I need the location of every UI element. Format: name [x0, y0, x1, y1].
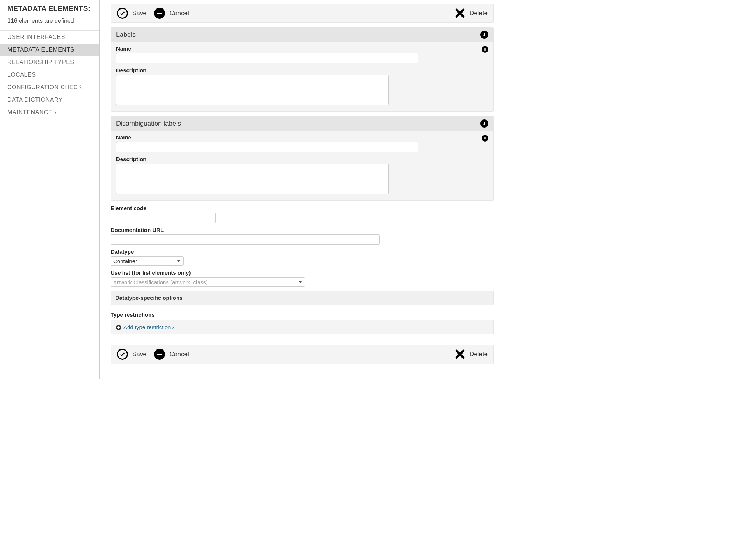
x-icon: [455, 349, 465, 359]
main-content: Save Cancel Delete Labels Name: [100, 0, 505, 379]
sidebar-header: METADATA ELEMENTS: 116 elements are defi…: [0, 0, 99, 31]
labels-panel: Labels Name Description: [111, 27, 494, 112]
labels-panel-title: Labels: [116, 31, 136, 39]
add-type-restriction-link[interactable]: Add type restriction ›: [116, 324, 488, 330]
sidebar-subtitle: 116 elements are defined: [7, 18, 92, 24]
sidebar-item-relationship-types[interactable]: RELATIONSHIP TYPES: [0, 56, 99, 69]
delete-button[interactable]: Delete: [455, 349, 488, 359]
doc-url-label: Documentation URL: [111, 227, 494, 233]
labels-name-label: Name: [116, 45, 474, 52]
labels-name-input[interactable]: [116, 53, 418, 63]
caret-down-icon: [177, 260, 181, 262]
sidebar-item-data-dictionary[interactable]: DATA DICTIONARY: [0, 94, 99, 106]
check-icon: [117, 8, 128, 19]
close-icon[interactable]: [482, 135, 488, 142]
sidebar-item-user-interfaces[interactable]: USER INTERFACES: [0, 31, 99, 44]
disambiguation-desc-label: Description: [116, 156, 488, 162]
delete-button[interactable]: Delete: [455, 8, 488, 18]
doc-url-input[interactable]: [111, 234, 380, 245]
toolbar-top: Save Cancel Delete: [111, 4, 494, 23]
cancel-label: Cancel: [170, 351, 189, 358]
cancel-label: Cancel: [170, 10, 189, 17]
element-code-label: Element code: [111, 205, 494, 211]
delete-label: Delete: [470, 351, 488, 358]
type-restrictions-title: Type restrictions: [111, 312, 494, 318]
datatype-label: Datatype: [111, 248, 494, 255]
arrow-down-icon[interactable]: [480, 119, 488, 128]
sidebar-title: METADATA ELEMENTS:: [7, 4, 92, 13]
disambiguation-name-input[interactable]: [116, 142, 418, 152]
save-label: Save: [132, 351, 147, 358]
sidebar-item-configuration-check[interactable]: CONFIGURATION CHECK: [0, 81, 99, 94]
datatype-select[interactable]: Container: [111, 256, 184, 266]
plus-icon: [116, 325, 121, 330]
toolbar-bottom: Save Cancel Delete: [111, 345, 494, 364]
sidebar-item-locales[interactable]: LOCALES: [0, 69, 99, 81]
delete-label: Delete: [470, 10, 488, 17]
check-icon: [117, 349, 128, 360]
datatype-value: Container: [113, 258, 137, 264]
sidebar-nav: USER INTERFACES METADATA ELEMENTS RELATI…: [0, 31, 99, 119]
cancel-button[interactable]: Cancel: [154, 349, 189, 360]
use-list-label: Use list (for list elements only): [111, 269, 494, 276]
save-button[interactable]: Save: [117, 8, 147, 19]
sidebar-item-maintenance[interactable]: MAINTENANCE ›: [0, 106, 99, 119]
save-button[interactable]: Save: [117, 349, 147, 360]
minus-icon: [154, 349, 165, 360]
cancel-button[interactable]: Cancel: [154, 8, 189, 19]
use-list-value: Artwork Classifications (artwork_class): [113, 279, 208, 285]
add-type-restriction-label: Add type restriction ›: [123, 324, 174, 330]
sidebar: METADATA ELEMENTS: 116 elements are defi…: [0, 0, 100, 379]
disambiguation-desc-textarea[interactable]: [116, 164, 389, 194]
arrow-down-icon[interactable]: [480, 31, 488, 39]
disambiguation-panel-title: Disambiguation labels: [116, 120, 181, 128]
sidebar-item-metadata-elements[interactable]: METADATA ELEMENTS: [0, 44, 99, 56]
minus-icon: [154, 8, 165, 19]
use-list-select[interactable]: Artwork Classifications (artwork_class): [111, 277, 305, 287]
element-code-input[interactable]: [111, 213, 216, 223]
save-label: Save: [132, 10, 147, 17]
type-restrictions-box: Add type restriction ›: [111, 320, 494, 334]
labels-desc-textarea[interactable]: [116, 75, 389, 105]
datatype-options-header: Datatype-specific options: [111, 291, 494, 305]
disambiguation-name-label: Name: [116, 134, 474, 140]
x-icon: [455, 8, 465, 18]
close-icon[interactable]: [482, 46, 488, 53]
labels-desc-label: Description: [116, 67, 488, 73]
caret-down-icon: [299, 281, 302, 283]
disambiguation-panel: Disambiguation labels Name Description: [111, 116, 494, 201]
